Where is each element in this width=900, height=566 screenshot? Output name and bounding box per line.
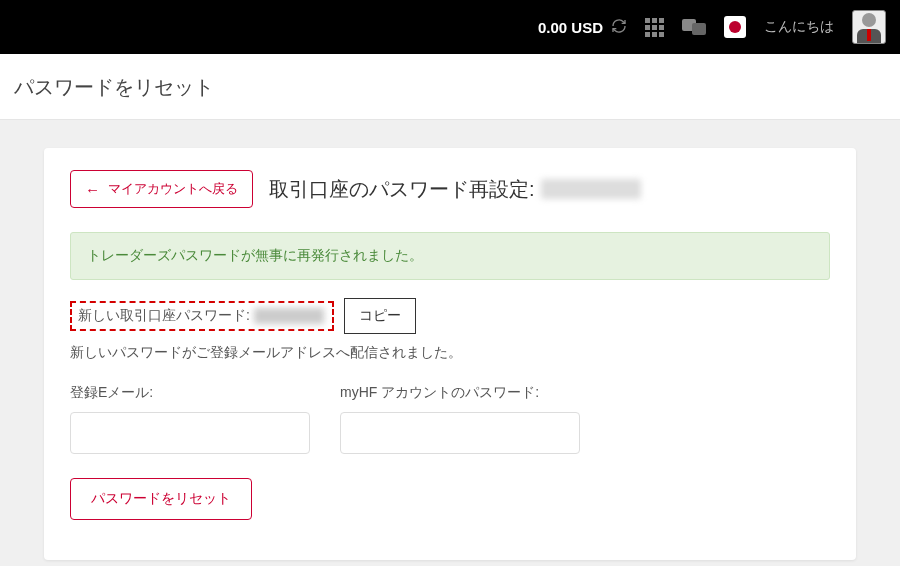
account-id-redacted xyxy=(541,179,641,199)
account-balance: 0.00 USD xyxy=(538,18,627,37)
balance-text: 0.00 USD xyxy=(538,19,603,36)
arrow-left-icon: ← xyxy=(85,182,100,197)
reset-card: ← マイアカウントへ戻る 取引口座のパスワード再設定: トレーダーズパスワードが… xyxy=(44,148,856,560)
apps-grid-icon[interactable] xyxy=(645,18,664,37)
new-password-redacted xyxy=(254,308,324,324)
user-avatar[interactable] xyxy=(852,10,886,44)
refresh-icon[interactable] xyxy=(611,18,627,37)
success-alert-text: トレーダーズパスワードが無事に再発行されました。 xyxy=(87,247,423,263)
top-bar: 0.00 USD こんにちは xyxy=(0,0,900,54)
greeting-text: こんにちは xyxy=(764,18,834,36)
chat-icon[interactable] xyxy=(682,19,706,35)
success-alert: トレーダーズパスワードが無事に再発行されました。 xyxy=(70,232,830,280)
new-password-label: 新しい取引口座パスワード: xyxy=(78,307,250,325)
copy-button[interactable]: コピー xyxy=(344,298,416,334)
sent-note: 新しいパスワードがご登録メールアドレスへ配信されました。 xyxy=(70,344,830,362)
email-label: 登録Eメール: xyxy=(70,384,310,402)
copy-button-label: コピー xyxy=(359,307,401,323)
myhf-password-label: myHF アカウントのパスワード: xyxy=(340,384,580,402)
reset-button-label: パスワードをリセット xyxy=(91,490,231,506)
new-password-highlight: 新しい取引口座パスワード: xyxy=(70,301,334,331)
back-button-label: マイアカウントへ戻る xyxy=(108,180,238,198)
page-title: パスワードをリセット xyxy=(14,74,886,101)
page-title-bar: パスワードをリセット xyxy=(0,54,900,120)
myhf-password-field[interactable] xyxy=(340,412,580,454)
reset-password-button[interactable]: パスワードをリセット xyxy=(70,478,252,520)
back-to-account-button[interactable]: ← マイアカウントへ戻る xyxy=(70,170,253,208)
card-heading: 取引口座のパスワード再設定: xyxy=(269,176,641,203)
language-flag-jp[interactable] xyxy=(724,16,746,38)
email-field[interactable] xyxy=(70,412,310,454)
card-heading-text: 取引口座のパスワード再設定: xyxy=(269,176,535,203)
